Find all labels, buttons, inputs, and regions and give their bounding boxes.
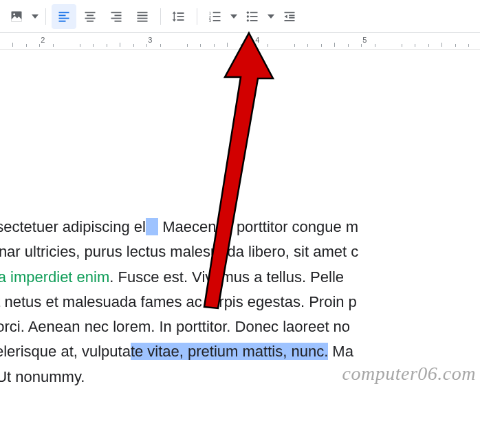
svg-rect-32 <box>250 20 258 21</box>
text: . Fusce est. Vivamus a tellus. Pelle <box>109 268 344 286</box>
numbered-list-icon: 123 <box>208 10 222 23</box>
decrease-indent-button[interactable] <box>277 4 302 29</box>
svg-rect-20 <box>177 19 184 21</box>
text: vinar ultricies, purus lectus malesuada … <box>0 243 358 260</box>
text-line: vinar ultricies, purus lectus malesuada … <box>0 239 480 264</box>
svg-rect-14 <box>138 12 148 13</box>
svg-rect-10 <box>111 12 122 13</box>
svg-rect-31 <box>250 16 258 17</box>
align-justify-button[interactable] <box>130 4 155 29</box>
svg-rect-2 <box>59 12 69 13</box>
text-line: celerisque at, vulputate vitae, pretium … <box>0 339 480 364</box>
svg-rect-12 <box>111 17 122 19</box>
text-line: rra imperdiet enim. Fusce est. Vivamus a… <box>0 265 480 290</box>
decrease-indent-icon <box>283 10 296 23</box>
text: nsectetuer adipiscing el <box>0 218 146 235</box>
align-right-button[interactable] <box>104 4 129 29</box>
svg-rect-5 <box>59 20 66 21</box>
ruler-number: 5 <box>362 36 367 44</box>
svg-rect-17 <box>138 20 148 21</box>
svg-rect-15 <box>138 14 148 16</box>
svg-rect-3 <box>59 14 66 16</box>
svg-point-28 <box>247 15 249 17</box>
ruler-number: 3 <box>148 36 152 44</box>
bulleted-list-dropdown[interactable] <box>266 4 276 29</box>
ruler-number: 4 <box>255 36 259 44</box>
align-left-button[interactable] <box>52 4 76 29</box>
image-icon <box>10 10 23 23</box>
svg-rect-26 <box>213 20 221 21</box>
toolbar: 123 <box>0 0 480 33</box>
svg-rect-33 <box>285 12 295 13</box>
text: . Ut nonummy. <box>0 368 85 385</box>
svg-rect-19 <box>177 16 184 17</box>
insert-image-button[interactable] <box>4 4 29 29</box>
svg-rect-35 <box>289 17 294 18</box>
document-body[interactable]: nsectetuer adipiscing el Maecenas portti… <box>0 50 480 390</box>
text: celerisque at, vulputa <box>0 343 131 360</box>
svg-rect-9 <box>87 20 94 21</box>
text-line: et netus et malesuada fames ac turpis eg… <box>0 290 480 314</box>
svg-rect-34 <box>289 14 294 16</box>
chevron-down-icon <box>32 13 39 20</box>
svg-point-1 <box>13 13 15 15</box>
line-spacing-icon <box>172 10 186 23</box>
bulleted-list-button[interactable] <box>240 4 265 29</box>
align-left-icon <box>57 10 71 23</box>
ruler-number: 2 <box>41 36 45 44</box>
svg-rect-16 <box>138 17 148 19</box>
separator <box>197 8 197 25</box>
svg-rect-7 <box>87 14 94 16</box>
line-spacing-button[interactable] <box>166 4 191 29</box>
svg-rect-11 <box>115 14 122 16</box>
cursor-position <box>146 218 158 235</box>
text-line: nsectetuer adipiscing el Maecenas portti… <box>0 215 480 239</box>
separator <box>160 8 161 25</box>
chevron-down-icon <box>268 13 274 20</box>
numbered-list-dropdown[interactable] <box>229 4 239 29</box>
svg-rect-30 <box>250 12 258 13</box>
svg-rect-24 <box>213 12 221 13</box>
svg-point-27 <box>247 11 249 13</box>
align-center-icon <box>83 10 97 23</box>
svg-rect-36 <box>285 20 295 21</box>
ruler[interactable]: 2345 <box>0 33 480 50</box>
text: et netus et malesuada fames ac turpis eg… <box>0 293 357 310</box>
hyperlink-text[interactable]: rra imperdiet enim <box>0 268 109 286</box>
svg-rect-18 <box>177 12 184 14</box>
text: Ma <box>328 343 353 360</box>
text: Maecenas porttitor congue m <box>158 218 358 235</box>
chevron-down-icon <box>230 13 237 20</box>
align-center-button[interactable] <box>78 4 102 29</box>
image-dropdown[interactable] <box>30 4 40 29</box>
ruler-inner: 2345 <box>0 33 480 49</box>
svg-point-29 <box>247 19 249 21</box>
svg-rect-13 <box>115 20 122 21</box>
bulleted-list-icon <box>246 10 259 23</box>
separator <box>45 8 46 25</box>
svg-rect-4 <box>59 17 69 19</box>
svg-text:3: 3 <box>209 19 211 23</box>
svg-rect-25 <box>213 16 221 17</box>
svg-rect-8 <box>85 17 96 19</box>
text-line: . Ut nonummy. <box>0 365 480 390</box>
align-justify-icon <box>135 10 149 23</box>
text-line: t orci. Aenean nec lorem. In porttitor. … <box>0 314 480 339</box>
text: t orci. Aenean nec lorem. In porttitor. … <box>0 318 350 335</box>
numbered-list-button[interactable]: 123 <box>203 4 228 29</box>
align-right-icon <box>109 10 123 23</box>
svg-rect-6 <box>85 12 96 13</box>
selected-text: te vitae, pretium mattis, nunc. <box>131 343 328 360</box>
